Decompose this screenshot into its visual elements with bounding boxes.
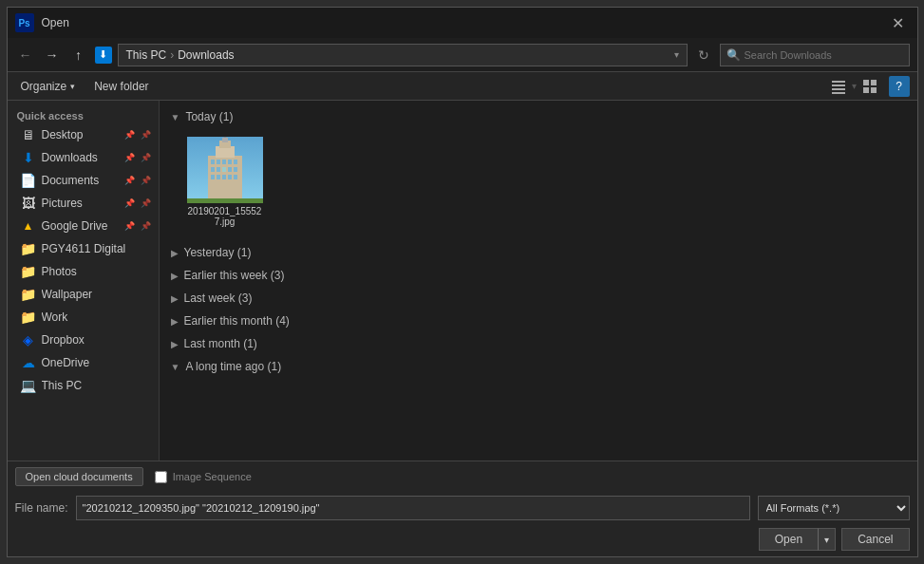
help-button[interactable]: ? [889,76,910,97]
sidebar-pictures-label: Pictures [42,197,119,210]
up-button[interactable]: ↑ [68,45,89,66]
toolbar: Organize ▾ New folder ▾ ? [8,72,917,101]
svg-rect-0 [832,81,845,83]
svg-rect-3 [832,92,845,94]
group-last-month-label: Last month (1) [184,337,257,350]
svg-rect-18 [228,167,232,172]
svg-rect-4 [863,80,869,85]
view-tiles-button[interactable] [858,75,881,98]
svg-rect-12 [222,160,226,164]
open-button[interactable]: Open [759,528,818,551]
sidebar-dropbox-label: Dropbox [42,333,151,347]
action-bar: Open ▾ Cancel [8,524,917,556]
bottom-bar: Open cloud documents Image Sequence File… [8,461,917,556]
sidebar-item-downloads[interactable]: ⬇ Downloads 📌 [8,146,159,169]
search-input[interactable] [745,49,903,61]
sidebar: Quick access 🖥 Desktop 📌 ⬇ Downloads 📌 📄… [8,101,160,461]
group-last-week[interactable]: ▶ Last week (3) [167,286,910,309]
new-folder-label: New folder [94,80,148,93]
forward-button[interactable]: → [42,45,63,66]
sidebar-item-documents[interactable]: 📄 Documents 📌 [8,169,159,192]
sidebar-item-photos[interactable]: 📁 Photos [8,260,159,283]
file-name-1: 20190201_155527.jpg [188,206,262,227]
group-earlier-month-label: Earlier this month (4) [184,314,290,328]
googledrive-icon: ▲ [21,218,36,234]
dialog-title: Open [42,16,69,29]
chevron-last-week: ▶ [171,293,179,304]
pin-icon: 📌 [124,130,135,140]
file-item-1[interactable]: 20190201_155527.jpg [182,131,268,233]
svg-rect-24 [234,175,237,179]
sidebar-photos-label: Photos [42,265,151,278]
title-bar: Ps Open ✕ [8,8,917,38]
sidebar-item-desktop[interactable]: 🖥 Desktop 📌 [8,123,159,146]
group-earlier-month[interactable]: ▶ Earlier this month (4) [167,309,910,331]
group-earlier-week[interactable]: ▶ Earlier this week (3) [167,263,910,286]
chevron-earlier-week: ▶ [171,271,179,281]
address-bar: ← → ↑ ⬇ This PC › Downloads ▾ ↻ 🔍 [8,38,917,72]
svg-rect-5 [871,80,877,85]
breadcrumb-thispc[interactable]: This PC [126,48,167,62]
view-details-button[interactable] [827,75,850,98]
back-button[interactable]: ← [15,45,36,66]
path-dropdown-arrow[interactable]: ▾ [674,49,679,60]
group-yesterday-label: Yesterday (1) [184,246,252,259]
chevron-last-month: ▶ [171,339,179,349]
ps-app-icon: Ps [15,13,34,32]
open-dialog: Ps Open ✕ ← → ↑ ⬇ This PC › Downloads ▾ … [7,7,918,557]
image-sequence-group: Image Sequence [155,471,252,483]
view-dropdown-icon[interactable]: ▾ [852,81,857,91]
cancel-button[interactable]: Cancel [841,528,909,551]
group-earlier-week-label: Earlier this week (3) [184,269,285,282]
sidebar-item-dropbox[interactable]: ◈ Dropbox [8,329,159,351]
svg-rect-13 [228,160,232,164]
svg-rect-21 [217,175,220,179]
sidebar-item-pictures[interactable]: 🖼 Pictures 📌 [8,192,159,215]
svg-rect-11 [217,160,220,164]
chevron-earlier-month: ▶ [171,316,179,327]
svg-rect-20 [211,175,215,179]
folder-icon-wallpaper: 📁 [21,287,36,302]
file-name-label: File name: [15,501,68,515]
sidebar-item-work[interactable]: 📁 Work [8,306,159,329]
sidebar-downloads-label: Downloads [42,151,119,164]
folder-icon-pgy: 📁 [21,241,36,256]
group-last-month[interactable]: ▶ Last month (1) [167,331,910,354]
group-long-ago[interactable]: ▼ A long time ago (1) [167,354,910,377]
file-area: ▼ Today (1) [160,101,917,461]
new-folder-button[interactable]: New folder [88,78,154,95]
sidebar-item-pgy4611[interactable]: 📁 PGY4611 Digital [8,237,159,260]
downloads-icon: ⬇ [21,150,36,165]
group-yesterday[interactable]: ▶ Yesterday (1) [167,240,910,263]
close-button[interactable]: ✕ [887,11,910,34]
group-today[interactable]: ▼ Today (1) [167,104,910,127]
sidebar-item-thispc[interactable]: 💻 This PC [8,374,159,397]
format-select[interactable]: All Formats (*.*) [758,496,910,520]
organize-button[interactable]: Organize ▾ [15,78,82,95]
path-icon: ⬇ [95,47,112,64]
sidebar-item-googledrive[interactable]: ▲ Google Drive 📌 [8,215,159,237]
svg-rect-2 [832,88,845,90]
sidebar-onedrive-label: OneDrive [42,356,151,369]
sidebar-wallpaper-label: Wallpaper [42,288,151,301]
chevron-yesterday: ▶ [171,248,179,258]
sidebar-item-onedrive[interactable]: ☁ OneDrive [8,351,159,374]
pin-icon4: 📌 [124,198,135,208]
documents-icon: 📄 [21,173,36,188]
breadcrumb-downloads[interactable]: Downloads [178,48,234,62]
main-area: Quick access 🖥 Desktop 📌 ⬇ Downloads 📌 📄… [8,101,917,461]
file-name-input[interactable] [76,496,750,520]
quick-access-label: Quick access [8,106,159,123]
refresh-button[interactable]: ↻ [693,45,714,66]
open-button-group: Open ▾ [759,528,836,551]
sidebar-item-wallpaper[interactable]: 📁 Wallpaper [8,283,159,306]
address-path[interactable]: This PC › Downloads ▾ [118,44,688,66]
svg-rect-23 [228,175,232,179]
svg-rect-1 [832,85,845,86]
open-dropdown-button[interactable]: ▾ [818,528,836,551]
thispc-icon: 💻 [21,378,36,393]
svg-rect-15 [211,167,215,172]
search-box: 🔍 [720,44,910,66]
cloud-documents-button[interactable]: Open cloud documents [15,467,143,486]
image-sequence-checkbox[interactable] [155,471,167,483]
